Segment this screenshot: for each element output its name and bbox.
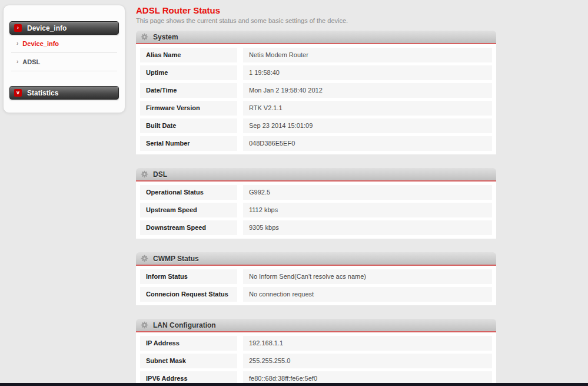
section-title: DSL [153, 170, 167, 179]
section-header: LAN Configuration [136, 319, 496, 332]
section-header: System [136, 31, 496, 44]
chevron-right-icon: › [16, 59, 18, 65]
table-row: Upstream Speed 1112 kbps [140, 203, 492, 217]
section-body: Operational Status G992.5 Upstream Speed… [136, 182, 496, 239]
section-system: System Alias Name Netis Modem Router Upt… [136, 31, 496, 154]
chevron-right-icon: › [14, 24, 22, 32]
section-header: DSL [136, 168, 496, 182]
section-title: System [153, 33, 178, 41]
section-dsl: DSL Operational Status G992.5 Upstream S… [136, 168, 496, 239]
section-body: IP Address 192.168.1.1 Subnet Mask 255.2… [136, 332, 496, 386]
row-label: Date/Time [140, 83, 237, 98]
row-label: Subnet Mask [140, 354, 237, 368]
row-label: Operational Status [140, 185, 237, 200]
row-label: Connecion Request Status [140, 287, 237, 302]
row-label: Downstream Speed [140, 220, 237, 235]
table-row: Operational Status G992.5 [140, 185, 492, 200]
main-content: ADSL Router Status This page shows the c… [136, 6, 496, 386]
table-row: Built Date Sep 23 2014 15:01:09 [140, 118, 492, 133]
page-subtitle: This page shows the current status and s… [136, 17, 496, 24]
section-body: Alias Name Netis Modem Router Uptime 1 1… [136, 44, 496, 154]
row-value: Mon Jan 2 19:58:40 2012 [243, 83, 492, 98]
row-value: 1112 kbps [243, 203, 492, 217]
row-value: RTK V2.1.1 [243, 101, 492, 116]
row-label: IP Address [140, 336, 237, 351]
table-row: Serial Number 048D386E5EF0 [140, 136, 492, 151]
sidebar-menu-device-info[interactable]: › Device_info [9, 21, 119, 35]
table-row: Alias Name Netis Modem Router [140, 48, 492, 62]
sidebar-item-label: Device_info [22, 40, 59, 47]
row-value: 255.255.255.0 [243, 354, 492, 368]
table-row: Firmware Version RTK V2.1.1 [140, 101, 492, 116]
section-header: CWMP Status [136, 252, 496, 266]
row-label: Serial Number [140, 136, 237, 151]
table-row: Inform Status No Inform Send(Can't resol… [140, 269, 492, 284]
table-row: Downstream Speed 9305 kbps [140, 220, 492, 235]
row-label: Built Date [140, 118, 237, 133]
row-label: Inform Status [140, 269, 237, 284]
page-title: ADSL Router Status [136, 6, 496, 15]
row-value: Sep 23 2014 15:01:09 [243, 118, 492, 133]
section-cwmp-status: CWMP Status Inform Status No Inform Send… [136, 252, 496, 305]
gear-icon [141, 255, 148, 262]
row-value: No connection request [243, 287, 492, 302]
gear-icon [141, 170, 148, 178]
sidebar-item-adsl[interactable]: › ADSL [11, 53, 117, 71]
table-row: Uptime 1 19:58:40 [140, 65, 492, 80]
sidebar-item-label: ADSL [22, 58, 40, 65]
row-value: No Inform Send(Can't resolve acs name) [243, 269, 492, 284]
row-value: Netis Modem Router [243, 48, 492, 62]
gear-icon [141, 321, 148, 329]
sidebar-submenu: › Device_info › ADSL [9, 35, 119, 71]
row-value: 048D386E5EF0 [243, 136, 492, 151]
table-row: Subnet Mask 255.255.255.0 [140, 354, 492, 368]
row-value: 9305 kbps [243, 220, 492, 235]
row-value: 192.168.1.1 [243, 336, 492, 351]
section-title: CWMP Status [153, 255, 199, 263]
sidebar-menu-statistics[interactable]: v Statistics [9, 86, 119, 100]
table-row: Connecion Request Status No connection r… [140, 287, 492, 302]
sidebar-item-device-info[interactable]: › Device_info [11, 35, 117, 53]
sidebar-menu-label: Statistics [27, 89, 58, 97]
row-label: Upstream Speed [140, 203, 237, 217]
section-lan-configuration: LAN Configuration IP Address 192.168.1.1… [136, 319, 496, 386]
sidebar-menu-label: Device_info [27, 24, 67, 32]
row-value: G992.5 [243, 185, 492, 200]
row-label: Alias Name [140, 48, 237, 62]
bottom-bar [0, 383, 588, 386]
row-label: Firmware Version [140, 101, 237, 116]
chevron-right-icon: › [16, 41, 18, 47]
section-title: LAN Configuration [153, 321, 216, 329]
chevron-down-icon: v [14, 89, 22, 97]
gear-icon [141, 33, 148, 41]
table-row: Date/Time Mon Jan 2 19:58:40 2012 [140, 83, 492, 98]
row-value: 1 19:58:40 [243, 65, 492, 80]
row-label: Uptime [140, 65, 237, 80]
table-row: IP Address 192.168.1.1 [140, 336, 492, 351]
sidebar: › Device_info › Device_info › ADSL v Sta… [3, 5, 125, 113]
section-body: Inform Status No Inform Send(Can't resol… [136, 266, 496, 305]
